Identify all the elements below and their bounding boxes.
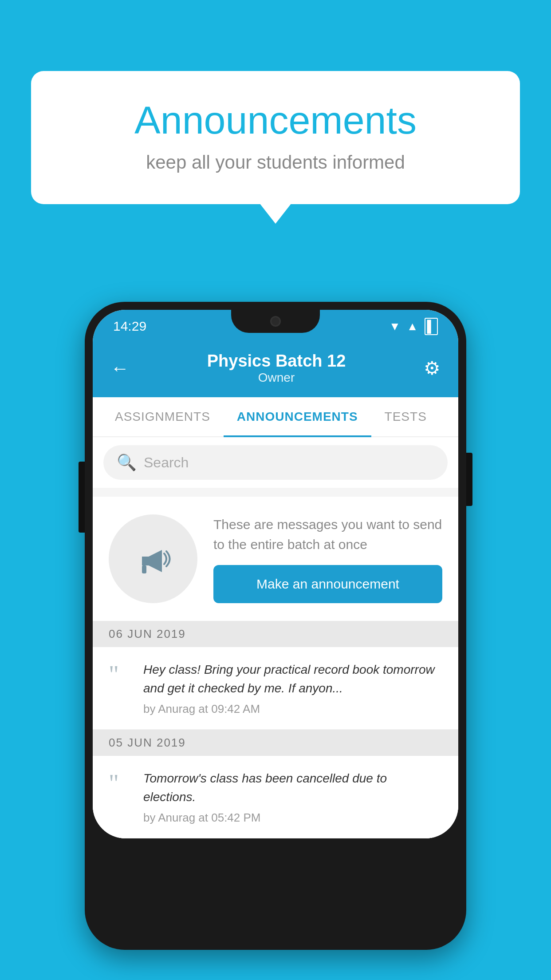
tab-assignments[interactable]: ASSIGNMENTS bbox=[102, 397, 224, 436]
announcement-meta-1: by Anurag at 09:42 AM bbox=[143, 702, 442, 716]
announcement-description: These are messages you want to send to t… bbox=[213, 514, 442, 554]
search-placeholder: Search bbox=[144, 454, 189, 471]
tab-announcements[interactable]: ANNOUNCEMENTS bbox=[224, 397, 371, 436]
speech-bubble-title: Announcements bbox=[67, 98, 484, 143]
header-title: Physics Batch 12 bbox=[207, 352, 346, 371]
gear-icon[interactable]: ⚙ bbox=[424, 357, 441, 379]
search-bar-wrapper: 🔍 Search bbox=[93, 437, 458, 488]
notch bbox=[231, 310, 320, 333]
announcement-item-2[interactable]: " Tomorrow's class has been cancelled du… bbox=[93, 756, 458, 838]
status-time: 14:29 bbox=[113, 319, 146, 334]
header-title-group: Physics Batch 12 Owner bbox=[207, 352, 346, 385]
announcement-item-1[interactable]: " Hey class! Bring your practical record… bbox=[93, 647, 458, 730]
wifi-icon: ▼ bbox=[389, 320, 401, 333]
announcement-message-2: Tomorrow's class has been cancelled due … bbox=[143, 769, 442, 806]
phone-mockup: 14:29 ▼ ▲ ▌ ← Physics Batch 12 Owner ⚙ bbox=[85, 302, 466, 950]
date-separator-2: 05 JUN 2019 bbox=[93, 730, 458, 756]
megaphone-icon bbox=[131, 537, 175, 581]
date-separator-1: 06 JUN 2019 bbox=[93, 621, 458, 647]
header-subtitle: Owner bbox=[207, 371, 346, 385]
status-icons: ▼ ▲ ▌ bbox=[389, 318, 438, 335]
tabs-bar: ASSIGNMENTS ANNOUNCEMENTS TESTS bbox=[93, 397, 458, 437]
announcement-prompt-right: These are messages you want to send to t… bbox=[213, 514, 442, 603]
quote-icon-1: " bbox=[109, 662, 131, 687]
content-area: 🔍 Search bbox=[93, 437, 458, 838]
announcement-text-block-1: Hey class! Bring your practical record b… bbox=[143, 660, 442, 716]
announcement-message-1: Hey class! Bring your practical record b… bbox=[143, 660, 442, 698]
camera-notch bbox=[270, 316, 281, 327]
speech-bubble-subtitle: keep all your students informed bbox=[67, 152, 484, 173]
speech-bubble-section: Announcements keep all your students inf… bbox=[31, 71, 520, 204]
announcement-text-block-2: Tomorrow's class has been cancelled due … bbox=[143, 769, 442, 825]
app-header: ← Physics Batch 12 Owner ⚙ bbox=[93, 343, 458, 397]
phone-outer: 14:29 ▼ ▲ ▌ ← Physics Batch 12 Owner ⚙ bbox=[85, 302, 466, 950]
make-announcement-button[interactable]: Make an announcement bbox=[213, 565, 442, 603]
speech-bubble: Announcements keep all your students inf… bbox=[31, 71, 520, 204]
announcement-prompt-card: These are messages you want to send to t… bbox=[93, 497, 458, 621]
search-bar[interactable]: 🔍 Search bbox=[103, 445, 448, 480]
tab-tests[interactable]: TESTS bbox=[371, 397, 440, 436]
announcement-icon-circle bbox=[109, 514, 197, 603]
back-button[interactable]: ← bbox=[110, 358, 129, 379]
status-bar: 14:29 ▼ ▲ ▌ bbox=[93, 310, 458, 343]
search-icon: 🔍 bbox=[117, 453, 137, 472]
phone-inner: 14:29 ▼ ▲ ▌ ← Physics Batch 12 Owner ⚙ bbox=[93, 310, 458, 838]
battery-icon: ▌ bbox=[425, 318, 438, 335]
announcement-meta-2: by Anurag at 05:42 PM bbox=[143, 811, 442, 825]
quote-icon-2: " bbox=[109, 771, 131, 796]
signal-icon: ▲ bbox=[407, 320, 418, 333]
svg-rect-0 bbox=[142, 565, 146, 573]
